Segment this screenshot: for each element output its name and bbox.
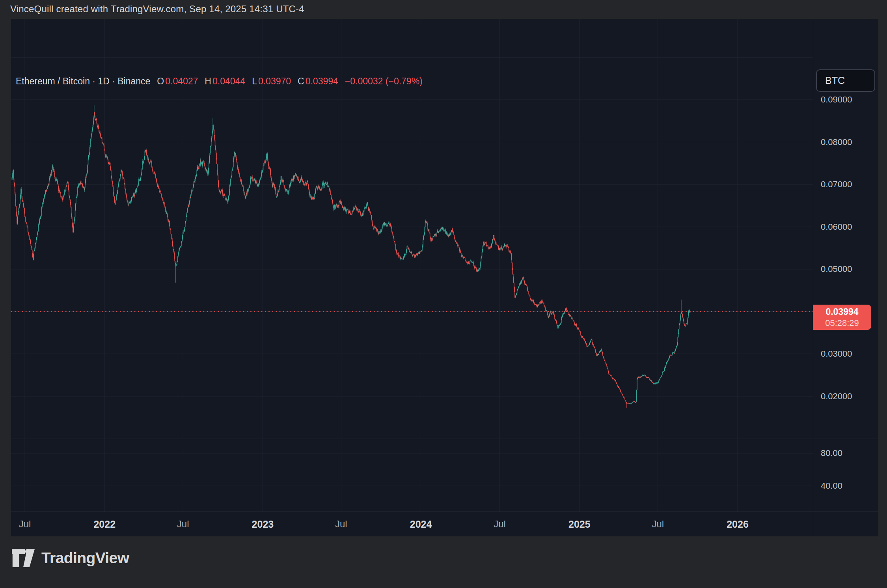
time-axis-label: 2023: [252, 518, 274, 530]
chart-widget: Ethereum / Bitcoin · 1D · Binance O0.040…: [11, 19, 878, 536]
price-chart-pane[interactable]: Ethereum / Bitcoin · 1D · Binance O0.040…: [11, 19, 813, 512]
tradingview-logo-icon: [12, 548, 35, 568]
time-axis[interactable]: Jul2022Jul2023Jul2024Jul2025Jul2026: [11, 512, 813, 536]
symbol-title[interactable]: Ethereum / Bitcoin · 1D · Binance: [16, 76, 150, 87]
ohlc-label-L: L: [252, 76, 257, 86]
price-axis[interactable]: BTC 0.03994 05:28:29 0.090000.080000.070…: [813, 19, 878, 536]
chart-canvas: [11, 19, 813, 512]
time-axis-label: Jul: [19, 519, 31, 530]
time-axis-label: Jul: [652, 519, 664, 530]
last-price-badge: 0.03994 05:28:29: [813, 305, 871, 330]
indicator-axis-label: 40.00: [821, 481, 842, 491]
pane-separator[interactable]: [11, 439, 878, 439]
ohlc-value-O: 0.04027: [165, 76, 198, 86]
price-axis-label: 0.02000: [821, 391, 852, 402]
time-axis-label: 2024: [410, 518, 432, 530]
ohlc-label-C: C: [298, 76, 304, 86]
indicator-axis-label: 80.00: [821, 448, 842, 458]
time-axis-label: Jul: [335, 519, 347, 530]
price-axis-label: 0.09000: [821, 95, 852, 105]
time-axis-label: 2026: [727, 518, 749, 530]
price-axis-label: 0.05000: [821, 264, 852, 274]
tradingview-logo-text: TradingView: [41, 549, 129, 567]
change-value: −0.00032 (−0.79%): [345, 76, 423, 86]
candlestick-series: [12, 105, 690, 408]
currency-toggle-label: BTC: [825, 75, 845, 86]
price-axis-label: 0.08000: [821, 137, 852, 147]
attribution-text: VinceQuill created with TradingView.com,…: [10, 4, 304, 15]
ohlc-values: O0.04027H0.04044L0.03970C0.03994−0.00032…: [150, 76, 422, 87]
time-axis-label: 2025: [568, 518, 591, 530]
tradingview-screenshot: { "attribution": "VinceQuill created wit…: [0, 0, 887, 588]
grid-lines: [11, 19, 813, 512]
ohlc-value-L: 0.03970: [258, 76, 291, 86]
tradingview-logo[interactable]: TradingView: [12, 546, 129, 570]
price-axis-label: 0.07000: [821, 179, 852, 190]
time-axis-label: Jul: [177, 519, 189, 530]
ohlc-label-O: O: [157, 76, 164, 86]
ohlc-label-H: H: [205, 76, 211, 86]
bar-countdown-timer: 05:28:29: [825, 318, 859, 329]
currency-toggle-button[interactable]: BTC: [816, 69, 875, 92]
chart-legend: Ethereum / Bitcoin · 1D · Binance O0.040…: [16, 75, 423, 87]
time-axis-label: Jul: [494, 519, 506, 530]
price-axis-label: 0.03000: [821, 349, 852, 359]
ohlc-value-H: 0.04044: [212, 76, 245, 86]
price-axis-border: [813, 19, 813, 536]
ohlc-value-C: 0.03994: [306, 76, 338, 86]
time-axis-label: 2022: [93, 518, 116, 530]
last-price-value: 0.03994: [826, 306, 858, 318]
time-axis-border: [11, 512, 878, 512]
price-axis-label: 0.06000: [821, 222, 852, 232]
